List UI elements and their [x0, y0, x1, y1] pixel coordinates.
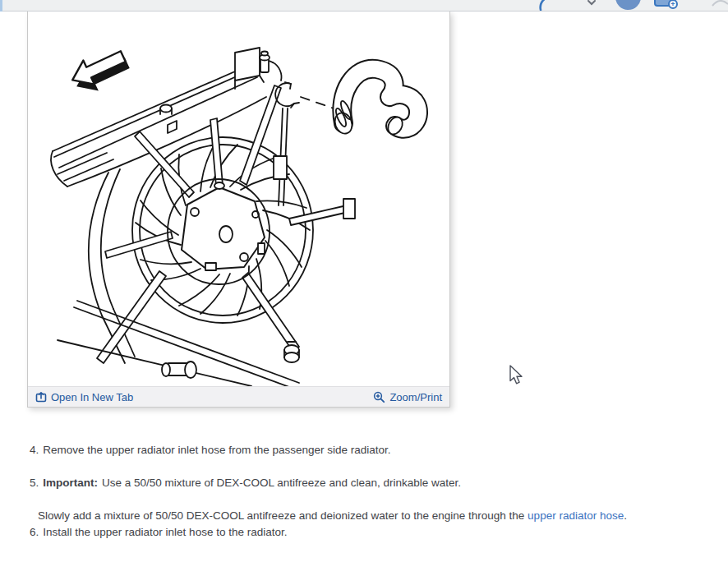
zoom-plus-icon	[373, 391, 385, 403]
step-text: Remove the upper radiator inlet hose fro…	[43, 444, 390, 456]
zoom-print-link[interactable]: Zoom/Print	[373, 391, 442, 403]
instruction-paragraph: Slowly add a mixture of 50/50 DEX-COOL a…	[38, 509, 720, 523]
step-number: 5.	[30, 477, 39, 489]
background-photo-strip	[0, 12, 10, 562]
paragraph-text: Slowly add a mixture of 50/50 DEX-COOL a…	[38, 509, 528, 522]
chevron-down-icon[interactable]	[587, 0, 596, 6]
figure-card: Open In New Tab Zoom/Print	[27, 12, 450, 408]
step-text: Install the upper radiator inlet hose to…	[43, 526, 287, 538]
add-image-plus-badge[interactable]: +	[668, 0, 678, 9]
step-number: 4.	[30, 444, 39, 456]
instruction-step-5: 5.Important:Use a 50/50 mixture of DEX-C…	[30, 476, 712, 491]
figure-toolbar: Open In New Tab Zoom/Print	[28, 386, 449, 407]
zoom-print-label: Zoom/Print	[389, 391, 442, 403]
top-toolbar: +	[2, 0, 728, 12]
diagram-svg	[28, 12, 449, 386]
instruction-step-4: 4.Remove the upper radiator inlet hose f…	[30, 443, 712, 458]
open-in-new-tab-icon	[35, 391, 47, 403]
user-avatar[interactable]	[615, 0, 641, 10]
radiator-fan-diagram	[28, 12, 449, 386]
important-label: Important:	[43, 477, 98, 489]
open-in-new-tab-link[interactable]: Open In New Tab	[35, 391, 133, 403]
page: +	[0, 0, 728, 562]
step-number: 6.	[30, 526, 39, 538]
mouse-cursor	[509, 365, 524, 386]
upper-radiator-hose-link[interactable]: upper radiator hose	[528, 509, 624, 522]
step-text: Use a 50/50 mixture of DEX-COOL antifree…	[102, 477, 461, 489]
instruction-step-6: 6.Install the upper radiator inlet hose …	[30, 525, 712, 540]
open-in-new-tab-label: Open In New Tab	[51, 391, 133, 403]
back-icon[interactable]	[536, 0, 549, 11]
overflow-icon[interactable]	[712, 0, 728, 7]
paragraph-text-end: .	[624, 509, 627, 522]
